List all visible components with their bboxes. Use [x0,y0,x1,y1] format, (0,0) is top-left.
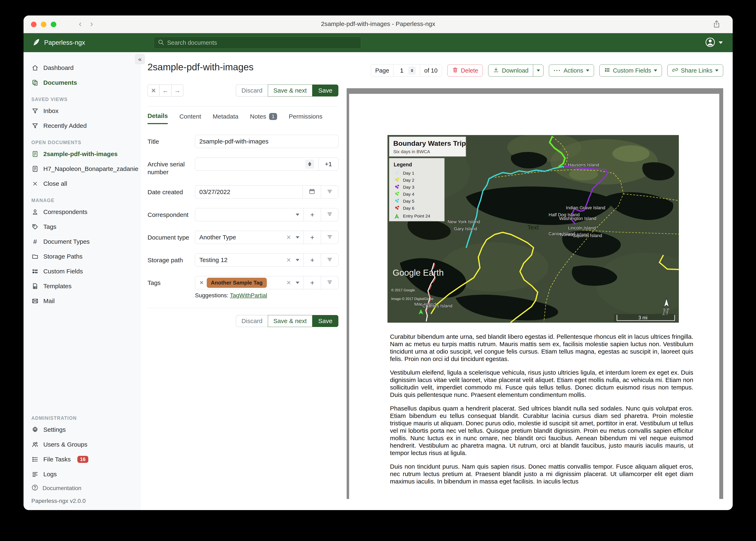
documentation-link[interactable]: Documentation [24,482,140,495]
search-input[interactable] [167,39,357,46]
share-links-button[interactable]: Share Links [667,65,723,77]
filter-lines-icon [326,188,333,196]
actions-button[interactable]: ··· Actions [549,65,594,77]
sidebar-item-tags[interactable]: Tags [24,220,140,234]
sidebar-item-document-types[interactable]: # Document Types [24,234,140,249]
sidebar-open-doc-other[interactable]: H7_Napoleon_Bonaparte_zadanie [24,162,140,176]
title-input[interactable] [199,138,334,145]
save-button-bottom[interactable]: Save [312,315,338,327]
search-icon [158,39,164,46]
sidebar-item-storage-paths[interactable]: Storage Paths [24,249,140,264]
sidebar-item-documents[interactable]: Documents [24,75,140,90]
date-created-input[interactable] [199,189,299,196]
previous-document-button[interactable]: ← [159,85,171,97]
add-document-type-button[interactable]: + [304,231,321,244]
download-split-button: Download [488,65,543,77]
sidebar-item-logs[interactable]: Logs [24,467,140,482]
add-tag-button[interactable]: + [304,276,321,289]
template-icon [31,282,39,290]
sidebar-item-label: Document Types [43,238,90,245]
pdf-preview-pane[interactable]: Hausons Island New York Island Gary Isla… [347,88,723,499]
sidebar-collapse-button[interactable]: « [135,54,145,64]
divider [148,106,338,107]
sidebar-item-label: Settings [43,426,66,433]
date-created-field-label: Date created [148,185,195,199]
sidebar-item-recently-added[interactable]: Recently Added [24,118,140,133]
sidebar-item-mail[interactable]: Mail [24,293,140,308]
sidebar: Dashboard Documents SAVED VIEWS Inbox Re… [24,52,140,510]
title-field-label: Title [148,135,195,148]
add-storage-path-button[interactable]: + [304,254,321,267]
download-options-caret[interactable] [533,65,543,76]
sidebar-item-inbox[interactable]: Inbox [24,104,140,118]
correspondent-select[interactable] [195,208,304,221]
sidebar-item-correspondents[interactable]: Correspondents [24,205,140,220]
calendar-icon [308,188,315,196]
logs-icon [31,470,39,478]
asn-stepper[interactable] [305,160,314,169]
user-avatar-icon[interactable] [705,37,715,48]
date-filter-button[interactable] [321,186,338,198]
save-button[interactable]: Save [312,85,338,97]
map-credit-1: © 2017 Google [391,288,415,292]
close-document-button[interactable]: ✕ [148,85,159,97]
document-type-filter-button[interactable] [321,231,338,244]
tab-details[interactable]: Details [148,112,168,124]
add-correspondent-button[interactable]: + [304,208,321,221]
filter-lines-icon [326,234,333,242]
link-icon [672,67,678,74]
tag-chip[interactable]: Another Sample Tag [207,278,267,288]
brand[interactable]: Paperless-ngx [24,38,154,48]
delete-button[interactable]: Delete [447,65,483,77]
suggestion-tag-link[interactable]: TagWithPartial [230,292,267,298]
legend-label: Entry Point 24 [403,214,430,218]
map-subtitle: Six days in BWCA [393,149,430,154]
tab-notes[interactable]: Notes1 [250,112,277,124]
asn-field-label: Archive serial number [148,158,195,176]
asn-plus-one-button[interactable]: +1 [318,158,338,171]
clear-icon[interactable]: ✕ [286,257,291,264]
storage-path-select[interactable]: Testing 12 ✕ [195,254,304,267]
sidebar-item-users-groups[interactable]: Users & Groups [24,437,140,452]
remove-tag-icon[interactable]: ✕ [199,279,204,286]
page-stepper[interactable] [408,66,416,75]
clear-icon[interactable]: ✕ [286,279,291,286]
tags-select[interactable]: ✕ Another Sample Tag ✕ [195,276,304,289]
share-icon[interactable] [712,20,721,30]
pdf-paragraph: Duis non tincidunt purus. Nam quis sapie… [390,463,693,485]
filter-lines-icon [326,279,333,287]
tags-filter-button[interactable] [321,276,338,289]
map-label: Washington Island [559,216,596,221]
sidebar-item-label: H7_Napoleon_Bonaparte_zadanie [43,165,138,172]
sidebar-item-templates[interactable]: Templates [24,279,140,293]
sidebar-item-file-tasks[interactable]: File Tasks 16 [24,452,140,467]
tab-permissions[interactable]: Permissions [289,112,322,124]
tab-metadata[interactable]: Metadata [213,112,238,124]
clear-icon[interactable]: ✕ [286,234,291,241]
correspondent-filter-button[interactable] [321,208,338,221]
user-menu-caret-icon[interactable] [719,41,723,44]
download-button[interactable]: Download [488,65,533,76]
discard-button-bottom[interactable]: Discard [236,315,268,327]
save-next-button-bottom[interactable]: Save & next [268,315,312,327]
sidebar-open-doc-current[interactable]: 2sample-pdf-with-images [24,147,140,162]
discard-button[interactable]: Discard [236,85,268,97]
save-next-button[interactable]: Save & next [268,85,312,97]
page-label: Page [371,65,393,76]
sidebar-close-all[interactable]: Close all [24,176,140,191]
storage-path-filter-button[interactable] [321,254,338,267]
document-type-select[interactable]: Another Type ✕ [195,231,304,244]
page-number-input[interactable] [398,67,406,74]
sidebar-item-label: 2sample-pdf-with-images [43,151,118,158]
sidebar-item-dashboard[interactable]: Dashboard [24,60,140,75]
sidebar-item-settings[interactable]: Settings [24,422,140,437]
pdf-paragraph: Phasellus dapibus quam a hendrerit place… [390,405,693,457]
sidebar-item-custom-fields[interactable]: Custom Fields [24,264,140,279]
asn-input[interactable] [195,158,318,171]
custom-fields-button[interactable]: Custom Fields [599,65,662,77]
next-document-button[interactable]: → [171,85,183,97]
tab-content[interactable]: Content [179,112,201,124]
administration-heading: ADMINISTRATION [31,415,140,421]
calendar-button[interactable] [303,186,321,198]
search-bar[interactable] [154,37,361,49]
